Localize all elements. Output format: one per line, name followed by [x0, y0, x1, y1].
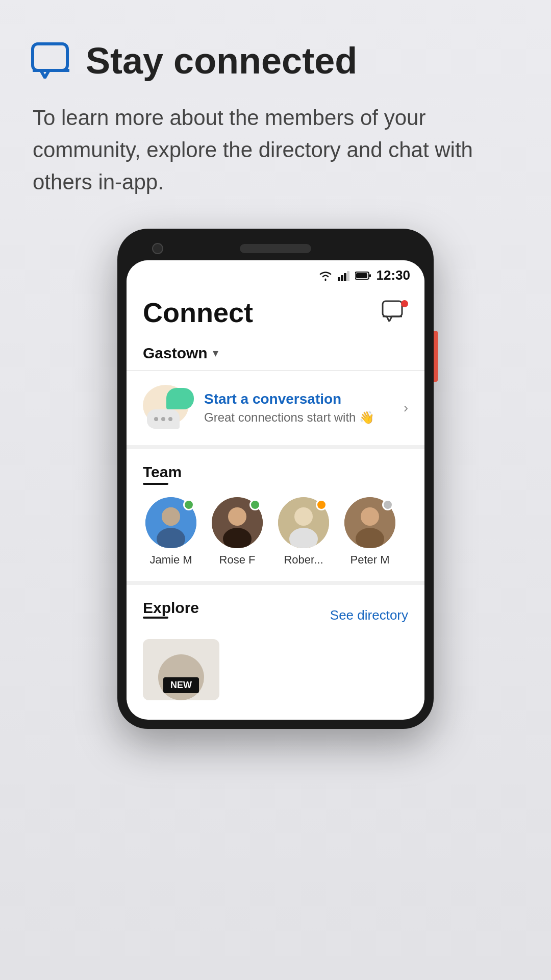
- wifi-icon: [318, 270, 333, 281]
- member-jamie[interactable]: Jamie M: [143, 497, 199, 567]
- status-bar: 12:30: [127, 260, 424, 288]
- member-avatar-wrap-rose: [212, 497, 263, 548]
- svg-rect-8: [383, 301, 402, 316]
- phone-top-bar: [127, 238, 424, 260]
- dot-2: [161, 417, 165, 421]
- member-robert[interactable]: Rober...: [276, 497, 332, 567]
- explore-section: Explore See directory NEW: [127, 581, 424, 700]
- status-dot-jamie: [183, 499, 194, 510]
- status-icons: 12:30: [318, 267, 411, 283]
- new-badge: NEW: [163, 677, 199, 693]
- chevron-down-icon: ▾: [213, 347, 218, 360]
- svg-rect-7: [369, 274, 371, 277]
- explore-title: Explore: [143, 599, 199, 616]
- explore-card-1[interactable]: NEW: [143, 639, 219, 700]
- phone-screen: 12:30 Connect Gastown: [127, 260, 424, 720]
- team-section: Team: [127, 449, 424, 577]
- phone-camera: [152, 243, 163, 254]
- status-dot-rose: [249, 499, 261, 510]
- svg-rect-3: [344, 273, 346, 281]
- conversation-illustration: [143, 385, 194, 431]
- svg-point-20: [361, 507, 379, 526]
- notification-button[interactable]: [382, 300, 408, 325]
- conversation-subtitle: Great connections start with 👋: [204, 410, 393, 425]
- svg-rect-6: [356, 273, 367, 278]
- svg-point-14: [228, 507, 246, 526]
- svg-rect-2: [341, 275, 343, 281]
- bubble-green: [166, 388, 194, 409]
- member-rose[interactable]: Rose F: [209, 497, 265, 567]
- svg-point-17: [294, 507, 313, 526]
- signal-icon: [338, 270, 350, 281]
- team-members-list: Jamie M: [143, 497, 408, 567]
- svg-rect-4: [347, 271, 349, 281]
- header-section: Stay connected: [31, 41, 520, 81]
- app-title: Connect: [143, 297, 253, 328]
- member-name-rose: Rose F: [219, 553, 256, 567]
- svg-rect-0: [33, 44, 67, 70]
- location-name: Gastown: [143, 345, 208, 362]
- svg-point-12: [162, 507, 180, 526]
- location-bar[interactable]: Gastown ▾: [127, 336, 424, 371]
- status-dot-robert: [316, 499, 327, 510]
- conversation-title: Start a conversation: [204, 391, 393, 407]
- member-avatar-wrap-robert: [278, 497, 329, 548]
- svg-rect-1: [338, 277, 340, 281]
- dot-1: [154, 417, 158, 421]
- phone-speaker: [240, 244, 311, 253]
- member-name-robert: Rober...: [284, 553, 323, 567]
- phone-wrapper: 12:30 Connect Gastown: [31, 229, 520, 729]
- member-avatar-wrap-jamie: [145, 497, 196, 548]
- conversation-text: Start a conversation Great connections s…: [204, 391, 393, 425]
- explore-header: Explore See directory: [143, 599, 408, 631]
- page-container: Stay connected To learn more about the m…: [0, 0, 551, 980]
- conversation-arrow: ›: [404, 400, 408, 416]
- app-header: Connect: [127, 288, 424, 336]
- chat-icon: [31, 42, 71, 79]
- explore-underline: [143, 617, 168, 619]
- team-title: Team: [143, 463, 182, 481]
- member-avatar-wrap-peter: [344, 497, 395, 548]
- status-dot-peter: [382, 499, 393, 510]
- explore-title-wrap: Explore: [143, 599, 199, 631]
- see-directory-link[interactable]: See directory: [330, 607, 408, 623]
- notification-dot: [401, 300, 408, 307]
- member-name-peter: Peter M: [350, 553, 389, 567]
- status-time: 12:30: [377, 267, 411, 283]
- chat-icon-wrapper: [31, 42, 71, 81]
- team-section-header: Team: [143, 463, 408, 481]
- team-underline: [143, 483, 168, 485]
- battery-icon: [355, 271, 371, 280]
- member-name-jamie: Jamie M: [149, 553, 192, 567]
- phone-side-button: [434, 331, 438, 382]
- member-peter[interactable]: Peter M: [342, 497, 398, 567]
- dot-3: [168, 417, 172, 421]
- phone-device: 12:30 Connect Gastown: [117, 229, 434, 729]
- bubble-dots: [147, 409, 180, 429]
- explore-cards: NEW: [143, 639, 408, 700]
- conversation-card[interactable]: Start a conversation Great connections s…: [127, 371, 424, 449]
- description-text: To learn more about the members of your …: [33, 102, 520, 198]
- header-title: Stay connected: [86, 41, 357, 81]
